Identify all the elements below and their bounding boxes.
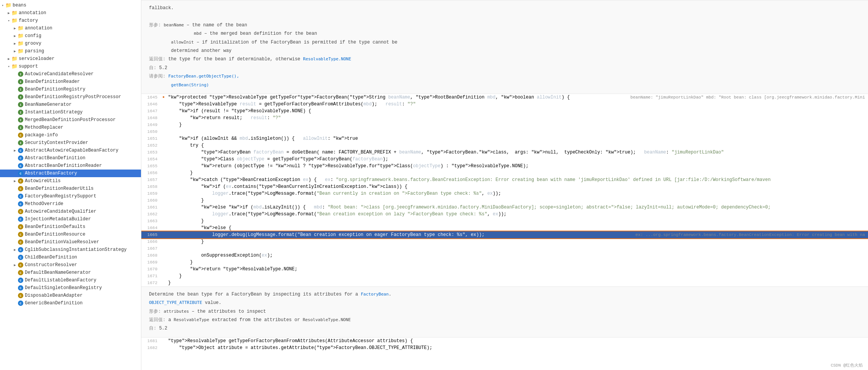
code-line[interactable]: 1672} xyxy=(141,280,868,286)
line-code: } xyxy=(167,197,868,204)
code-line[interactable]: 1682 "type">Object attribute = attribute… xyxy=(141,344,868,351)
sidebar-item-support[interactable]: ▾📁support xyxy=(0,63,141,70)
sidebar-item-serviceloader[interactable]: ▶📁serviceloader xyxy=(0,55,141,63)
line-number: 1663 xyxy=(141,218,160,225)
sidebar-item-BeanDefinitionValueResolver[interactable]: CBeanDefinitionValueResolver xyxy=(0,238,141,246)
code-line[interactable]: 1667 xyxy=(141,245,868,252)
code-line[interactable]: 1664 "kw">else { xyxy=(141,225,868,231)
sidebar-item-parsing[interactable]: ▶📁parsing xyxy=(0,47,141,55)
code-line[interactable]: 1649 } xyxy=(141,121,868,128)
tree-node-icon: C xyxy=(18,201,24,207)
sidebar-item-AutowireUtils[interactable]: ▶CAutowireUtils xyxy=(0,177,141,185)
tree-node-icon: C xyxy=(18,155,24,161)
sidebar-item-BeanNameGenerator[interactable]: IBeanNameGenerator xyxy=(0,101,141,108)
code-line[interactable]: 1654 "type">Class objectType = getTypeFo… xyxy=(141,156,868,163)
line-number: 1646 xyxy=(141,101,160,108)
code-line[interactable]: 1661 "kw">else "kw">if (mbd.isLazyInit()… xyxy=(141,204,868,211)
code-line[interactable]: 1657 "kw">catch ("type">BeanCreationExce… xyxy=(141,176,868,183)
sidebar-item-BeanDefinitionReaderUtils[interactable]: CBeanDefinitionReaderUtils xyxy=(0,185,141,192)
code-line[interactable]: 1645●"kw">protected "type">ResolvableTyp… xyxy=(141,94,868,101)
code-line[interactable]: 1651 "kw">if (allowInit && mbd.isSinglet… xyxy=(141,135,868,142)
sidebar-item-InstantiationStrategy[interactable]: IInstantiationStrategy xyxy=(0,108,141,116)
sidebar-item-beans[interactable]: ▾📁beans xyxy=(0,2,141,9)
sidebar-item-DefaultSingletonBeanRegistry[interactable]: CDefaultSingletonBeanRegistry xyxy=(0,284,141,292)
class-icon: C xyxy=(18,301,23,306)
sidebar-item-InjectionMetadataBuilder[interactable]: CInjectionMetadataBuilder xyxy=(0,215,141,223)
tree-arrow: ▶ xyxy=(6,57,11,61)
code-line[interactable]: 1668 onSuppressedException(ex); xyxy=(141,252,868,259)
code-editor[interactable]: fallback. 形参: beanName – the name of the… xyxy=(141,0,868,370)
sidebar-item-CglibSubclassingInstantiationStrategy[interactable]: ▶CCglibSubclassingInstantiationStrategy xyxy=(0,246,141,254)
file-tree[interactable]: ▾📁beans▶📁annotation▾📁factory▶📁annotation… xyxy=(0,0,141,370)
sidebar-item-MethodReplacer[interactable]: IMethodReplacer xyxy=(0,124,141,131)
sidebar-item-BeanDefinitionDefaults[interactable]: CBeanDefinitionDefaults xyxy=(0,223,141,231)
code-line[interactable]: 1656 } xyxy=(141,170,868,176)
debug-info: ex: ...org.springframework.beans.factory… xyxy=(635,231,868,238)
sidebar-item-AbstractBeanDefinition[interactable]: CAbstractBeanDefinition xyxy=(0,154,141,162)
sidebar-item-ConstructorResolver[interactable]: ▶CConstructorResolver xyxy=(0,261,141,269)
sidebar-item-AutowireCandidateResolver[interactable]: IAutowireCandidateResolver xyxy=(0,70,141,78)
sidebar-item-BeanDefinitionRegistry[interactable]: IBeanDefinitionRegistry xyxy=(0,86,141,93)
tree-item-label: DefaultBeanNameGenerator xyxy=(25,270,91,275)
sidebar-item-annotation[interactable]: ▶📁annotation xyxy=(0,9,141,17)
sidebar-item-DefaultBeanNameGenerator[interactable]: CDefaultBeanNameGenerator xyxy=(0,269,141,276)
sidebar-item-MethodOverride[interactable]: CMethodOverride xyxy=(0,200,141,208)
tree-node-icon: C xyxy=(18,209,24,214)
line-code: "kw">protected "type">ResolvableType get… xyxy=(167,94,630,101)
sidebar-item-GenericBeanDefinition[interactable]: CGenericBeanDefinition xyxy=(0,299,141,307)
sidebar-item-AbstractBeanDefinitionReader[interactable]: CAbstractBeanDefinitionReader xyxy=(0,162,141,170)
code-line[interactable]: 1662 logger.trace("type">LogMessage.form… xyxy=(141,211,868,218)
sidebar-item-config[interactable]: ▶📁config xyxy=(0,32,141,40)
interface-icon: I xyxy=(18,140,23,145)
code-line[interactable]: 1659 logger.trace("type">LogMessage.form… xyxy=(141,190,868,197)
code-line[interactable]: 1650 xyxy=(141,128,868,135)
code-line[interactable]: 1646 "type">ResolvableType result = getT… xyxy=(141,101,868,108)
line-code: } xyxy=(167,218,868,225)
tree-arrow: ▾ xyxy=(0,3,5,8)
code-line[interactable]: 1671 } xyxy=(141,273,868,280)
sidebar-item-BeanDefinitionRegistryPostProcessor[interactable]: IBeanDefinitionRegistryPostProcessor xyxy=(0,93,141,101)
line-number: 1662 xyxy=(141,211,160,218)
code-line[interactable]: 1681"type">ResolvableType getTypeForFact… xyxy=(141,338,868,344)
line-code: "type">ResolvableType result = getTypeFo… xyxy=(167,101,868,108)
sidebar-item-AutowireCandidateQualifier[interactable]: CAutowireCandidateQualifier xyxy=(0,208,141,215)
code-line[interactable]: 1663 } xyxy=(141,218,868,225)
sidebar-item-annotation2[interactable]: ▶📁annotation xyxy=(0,24,141,32)
sidebar-item-BeanDefinitionResource[interactable]: CBeanDefinitionResource xyxy=(0,231,141,238)
code-line[interactable]: 1655 "kw">return (objectType != "kw">nul… xyxy=(141,163,868,170)
sidebar-item-package-info[interactable]: Cpackage-info xyxy=(0,131,141,139)
tree-item-label: beans xyxy=(13,3,26,8)
tree-node-icon: I xyxy=(18,102,24,107)
sidebar-item-FactoryBeanRegistrySupport[interactable]: CFactoryBeanRegistrySupport xyxy=(0,192,141,200)
code-line[interactable]: 1647 "kw">if (result != "type">Resolvabl… xyxy=(141,108,868,115)
sidebar-item-DefaultListableBeanFactory[interactable]: CDefaultListableBeanFactory xyxy=(0,276,141,284)
code-line[interactable]: 1660 } xyxy=(141,197,868,204)
code-line[interactable]: 1653 "type">FactoryBean factoryBean = do… xyxy=(141,149,868,156)
code-line[interactable]: 1652 try { xyxy=(141,142,868,149)
class-icon: C xyxy=(18,201,23,207)
code-line[interactable]: 1666 } xyxy=(141,238,868,245)
tree-node-icon: C xyxy=(18,301,24,306)
interface-icon: I xyxy=(18,102,23,107)
sidebar-item-AbstractBeanFactory[interactable]: CAbstractBeanFactory xyxy=(0,170,141,177)
sidebar-item-BeanDefinitionReader[interactable]: IBeanDefinitionReader xyxy=(0,78,141,86)
sidebar-item-factory[interactable]: ▾📁factory xyxy=(0,17,141,24)
sidebar-item-DisposableBeanAdapter[interactable]: CDisposableBeanAdapter xyxy=(0,292,141,299)
code-line[interactable]: 1658 "kw">if (ex.contains("type">BeanCur… xyxy=(141,183,868,190)
sidebar-item-groovy[interactable]: ▶📁groovy xyxy=(0,40,141,47)
code-line[interactable]: 1648 "kw">return result; result: "?" xyxy=(141,115,868,121)
tree-node-icon: I xyxy=(18,125,24,130)
code-line[interactable]: 1669 } xyxy=(141,259,868,266)
class-icon: C xyxy=(18,262,23,268)
tree-item-label: DisposableBeanAdapter xyxy=(25,293,83,298)
tree-node-icon: C xyxy=(18,247,24,252)
line-number: 1652 xyxy=(141,142,160,149)
code-line[interactable]: 1670 "kw">return "type">ResolvableType.N… xyxy=(141,266,868,273)
sidebar-item-AbstractAutowireCapableBeanFactory[interactable]: ▶CAbstractAutowireCapableBeanFactory xyxy=(0,147,141,154)
line-code: } xyxy=(167,259,868,266)
sidebar-item-SecurityContextProvider[interactable]: ISecurityContextProvider xyxy=(0,139,141,147)
sidebar-item-ChildBeanDefinition[interactable]: CChildBeanDefinition xyxy=(0,254,141,261)
folder-icon: 📁 xyxy=(18,33,24,39)
code-line[interactable]: 1665 logger.debug(LogMessage.format("Bea… xyxy=(141,231,868,238)
sidebar-item-MergedBeanDefinitionPostProcessor[interactable]: IMergedBeanDefinitionPostProcessor xyxy=(0,116,141,124)
